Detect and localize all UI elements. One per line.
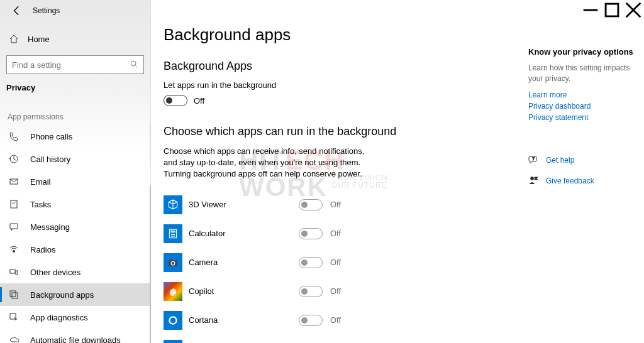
get-help-row[interactable]: ? Get help [528, 155, 635, 166]
scrollbar-track [150, 123, 150, 161]
svg-point-30 [531, 177, 534, 180]
link-learn-more[interactable]: Learn more [528, 90, 635, 99]
maximize-button[interactable] [601, 0, 623, 20]
svg-point-20 [174, 234, 175, 235]
app-row-3d-viewer: 3D Viewer Off [164, 190, 503, 219]
svg-point-23 [174, 236, 175, 237]
mail-icon [9, 177, 19, 187]
app-toggle-state: Off [330, 258, 341, 267]
home-icon [9, 34, 19, 44]
app-toggle[interactable] [299, 228, 323, 239]
sidebar-item-messaging[interactable]: Messaging [0, 215, 150, 238]
app-toggle[interactable] [299, 257, 323, 268]
sidebar-item-label: Automatic file downloads [30, 335, 121, 344]
bgapps-icon [9, 290, 19, 300]
app-row-cortana: Cortana Off [164, 306, 503, 335]
sidebar-item-label: Background apps [30, 290, 94, 300]
devices-icon [9, 267, 19, 277]
svg-text:?: ? [532, 156, 535, 161]
app-toggle-state: Off [330, 200, 341, 209]
app-row-feedback-hub: Feedback Hub Off [164, 335, 503, 343]
back-button[interactable] [11, 5, 23, 16]
sidebar-item-label: Radios [30, 245, 55, 254]
svg-rect-17 [170, 231, 175, 232]
sidebar-item-tasks[interactable]: Tasks [0, 193, 150, 215]
section1-heading: Background Apps [164, 60, 503, 73]
link-privacy-statement[interactable]: Privacy statement [528, 113, 635, 122]
app-toggle-state: Off [330, 315, 341, 325]
app-toggle-state: Off [330, 286, 341, 296]
app-toggle-state: Off [330, 229, 341, 238]
phone-icon [9, 131, 19, 141]
app-title: Settings [33, 6, 60, 15]
diagnostics-icon [9, 312, 19, 322]
app-row-camera: Camera Off [164, 248, 503, 277]
sidebar-item-email[interactable]: Email [0, 170, 150, 193]
master-toggle-state: Off [194, 96, 204, 106]
app-toggle[interactable] [299, 286, 323, 297]
give-feedback-link[interactable]: Give feedback [546, 177, 594, 185]
right-panel: Know your privacy options Learn how this… [528, 47, 635, 187]
sidebar-item-call-history[interactable]: Call history [0, 148, 150, 170]
app-row-copilot: Copilot Off [164, 277, 503, 306]
main-content: Background apps Background Apps Let apps… [151, 0, 503, 343]
sidebar-item-label: Email [30, 177, 51, 187]
sidebar-item-label: Call history [30, 155, 70, 164]
sidebar-item-label: Tasks [30, 200, 51, 209]
app-tile-icon [164, 195, 182, 214]
page-title: Background apps [164, 25, 503, 45]
app-toggle[interactable] [299, 199, 323, 210]
app-row-calculator: Calculator Off [164, 219, 503, 248]
chat-icon [9, 222, 19, 232]
privacy-options-desc: Learn how this setting impacts your priv… [528, 63, 635, 84]
sidebar-item-background-apps[interactable]: Background apps [0, 283, 150, 306]
app-tile-icon [164, 282, 182, 301]
master-toggle[interactable] [164, 95, 187, 106]
app-name: Calculator [189, 229, 299, 238]
search-box[interactable] [6, 55, 144, 74]
category-heading: Privacy [0, 74, 150, 99]
app-name: Camera [189, 258, 299, 267]
svg-rect-14 [12, 293, 18, 298]
svg-rect-12 [16, 271, 18, 275]
sidebar-item-label: Other devices [30, 268, 80, 277]
svg-point-19 [172, 234, 174, 235]
feedback-icon [528, 175, 538, 187]
section2-desc: Choose which apps can receive info, send… [164, 146, 377, 180]
svg-rect-9 [10, 224, 18, 229]
home-label: Home [28, 35, 50, 44]
nav-list: Phone callsCall historyEmailTasksMessagi… [0, 125, 150, 343]
permissions-group-label: App permissions [0, 99, 150, 125]
app-name: Copilot [189, 286, 299, 296]
sidebar-item-radios[interactable]: Radios [0, 238, 150, 261]
header: Settings [0, 0, 150, 21]
close-button[interactable] [623, 0, 644, 20]
sidebar: Settings Home Privacy App permissions Ph… [0, 0, 151, 343]
get-help-link[interactable]: Get help [546, 156, 574, 165]
sidebar-item-automatic-file-downloads[interactable]: Automatic file downloads [0, 329, 150, 343]
app-tile-icon [164, 253, 182, 272]
cloud-icon [9, 335, 19, 343]
app-name: 3D Viewer [189, 200, 299, 209]
link-privacy-dashboard[interactable]: Privacy dashboard [528, 102, 635, 111]
sidebar-item-app-diagnostics[interactable]: App diagnostics [0, 306, 150, 329]
tasks-icon [9, 199, 19, 209]
home-button[interactable]: Home [0, 28, 150, 50]
search-input[interactable] [12, 60, 130, 70]
minimize-button[interactable] [580, 0, 601, 20]
app-tile-icon [164, 340, 182, 343]
master-toggle-row: Off [164, 95, 503, 106]
give-feedback-row[interactable]: Give feedback [528, 175, 635, 187]
app-toggle[interactable] [299, 315, 323, 326]
svg-rect-13 [10, 291, 16, 297]
svg-point-10 [13, 251, 15, 253]
sidebar-item-phone-calls[interactable]: Phone calls [0, 125, 150, 148]
sidebar-item-other-devices[interactable]: Other devices [0, 261, 150, 283]
svg-point-27 [169, 317, 176, 324]
history-icon [9, 154, 19, 164]
app-list: 3D Viewer Off Calculator Off Camera Off … [164, 190, 503, 343]
radio-icon [9, 244, 19, 254]
sidebar-item-label: Phone calls [30, 132, 72, 141]
sidebar-item-label: App diagnostics [30, 313, 88, 322]
svg-point-22 [172, 236, 174, 237]
